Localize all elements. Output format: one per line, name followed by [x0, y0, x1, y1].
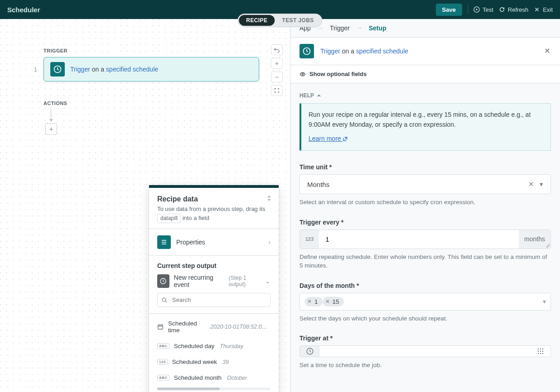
actions-section-label: ACTIONS	[43, 100, 259, 106]
crumb-trigger[interactable]: Trigger	[330, 24, 350, 32]
flow-arrow	[51, 110, 51, 121]
clear-button[interactable]: ✕	[525, 180, 538, 188]
chevron-down-icon: ▾	[543, 298, 546, 305]
external-link-icon	[343, 136, 348, 142]
remove-chip-button[interactable]: ✕	[325, 298, 330, 305]
number-type-badge: 123	[300, 230, 319, 249]
days-of-month-hint: Select the days on which your schedule s…	[299, 314, 551, 323]
item-label: Scheduled week	[172, 359, 217, 365]
test-label: Test	[483, 6, 493, 13]
event-sub: (Step 1 output)	[229, 275, 261, 287]
resize-handle[interactable]	[546, 244, 550, 248]
zoom-out-button[interactable]: −	[271, 72, 283, 82]
grid-picker-button[interactable]	[531, 346, 550, 357]
trigger-every-hint: Define repeating schedule. Enter whole n…	[299, 253, 551, 270]
undo-button[interactable]	[271, 44, 283, 55]
search-input[interactable]	[171, 296, 266, 304]
tab-test-jobs[interactable]: TEST JOBS	[275, 15, 321, 26]
remove-chip-button[interactable]: ✕	[307, 298, 312, 305]
close-icon	[544, 47, 551, 54]
svg-point-12	[540, 351, 541, 352]
eye-icon	[299, 71, 306, 77]
horizontal-scrollbar[interactable]	[157, 387, 270, 390]
type-badge: 123	[157, 359, 168, 365]
days-of-month-select[interactable]: ✕1✕15 ▾	[299, 293, 551, 311]
svg-point-16	[542, 353, 543, 354]
item-label: Scheduled month	[174, 374, 222, 381]
svg-point-3	[162, 298, 166, 301]
trigger-every-input[interactable]	[319, 230, 519, 249]
fit-button[interactable]	[271, 85, 283, 96]
list-item[interactable]: 123Scheduled week39	[149, 354, 279, 370]
event-title: New recurring event	[174, 274, 224, 288]
undo-icon	[274, 47, 280, 53]
trigger-every-label: Trigger every *	[299, 219, 551, 226]
add-action-button[interactable]: +	[45, 123, 57, 135]
chevron-up-icon	[317, 93, 321, 98]
tab-recipe[interactable]: RECIPE	[239, 15, 275, 26]
svg-point-10	[542, 349, 543, 349]
current-step-output-label: Current step output	[157, 262, 270, 269]
crumb-setup: Setup	[369, 24, 386, 32]
svg-rect-4	[158, 325, 163, 330]
chevron-right-icon: ›	[268, 239, 270, 246]
test-button[interactable]: Test	[473, 6, 493, 13]
time-unit-hint: Select an interval or custom schedule to…	[299, 198, 551, 207]
trigger-at-hint: Set a time to schedule the job.	[299, 361, 551, 370]
clock-icon	[50, 62, 65, 76]
app-title: Scheduler	[7, 6, 40, 14]
item-value: 39	[222, 359, 229, 365]
chip-label: 1	[314, 298, 318, 305]
help-box: Run your recipe on a regular interval e.…	[299, 103, 551, 151]
trigger-at-label: Trigger at *	[299, 335, 551, 342]
list-item[interactable]: ABCScheduled monthOctober	[149, 370, 279, 386]
type-badge: ABC	[157, 343, 169, 349]
fit-icon	[274, 87, 280, 94]
expand-collapse-button[interactable]	[266, 195, 272, 203]
trigger-every-input-group: 123 months	[299, 229, 551, 249]
svg-point-9	[540, 349, 541, 349]
grid-icon	[537, 348, 544, 355]
list-item[interactable]: Scheduled time2020-10-01T08:52:01.711+	[149, 316, 279, 338]
time-unit-select[interactable]: Months ✕ ▾	[299, 174, 551, 194]
trigger-at-input[interactable]	[320, 346, 531, 357]
time-unit-label: Time unit *	[299, 163, 551, 171]
close-panel-button[interactable]	[544, 47, 551, 56]
type-badge: ABC	[157, 375, 169, 381]
svg-point-8	[538, 349, 539, 349]
calendar-icon	[157, 323, 164, 330]
chevron-down-icon: ⌄	[265, 277, 270, 285]
search-icon	[161, 297, 168, 303]
show-optional-fields[interactable]: Show optional fields	[290, 65, 560, 83]
divider	[468, 5, 468, 14]
chevron-down-icon: ▾	[538, 180, 545, 188]
days-of-month-label: Days of the month *	[299, 282, 551, 289]
help-text: Run your recipe on a regular interval e.…	[309, 110, 543, 129]
arrow-icon: →	[356, 24, 362, 32]
view-tabs: RECIPE TEST JOBS	[237, 14, 322, 27]
optional-label: Show optional fields	[309, 71, 367, 77]
clock-icon	[157, 274, 169, 288]
search-box[interactable]	[157, 293, 270, 307]
svg-point-13	[542, 351, 543, 352]
svg-point-6	[302, 73, 304, 75]
zoom-in-button[interactable]: +	[271, 58, 283, 69]
learn-more-link[interactable]: Learn more	[309, 135, 348, 142]
recipe-data-title: Recipe data	[157, 195, 270, 203]
list-item[interactable]: ABCScheduled dayThursday	[149, 338, 279, 354]
datapill-chip: datapill	[157, 214, 181, 223]
exit-label: Exit	[543, 6, 553, 13]
step-number: 1	[33, 66, 37, 73]
refresh-icon	[499, 6, 505, 13]
step-output-row[interactable]: New recurring event (Step 1 output) ⌄	[157, 274, 270, 288]
panel-title-text: Trigger on a specified schedule	[320, 48, 408, 55]
exit-button[interactable]: Exit	[534, 6, 553, 13]
save-button[interactable]: Save	[436, 4, 462, 16]
close-icon	[534, 6, 540, 13]
refresh-button[interactable]: Refresh	[499, 6, 529, 13]
chip: ✕1	[304, 297, 323, 306]
trigger-card[interactable]: Trigger on a specified schedule	[43, 57, 259, 81]
svg-point-11	[538, 351, 539, 352]
help-toggle[interactable]: HELP	[299, 92, 551, 99]
properties-row[interactable]: Properties ›	[157, 235, 270, 249]
